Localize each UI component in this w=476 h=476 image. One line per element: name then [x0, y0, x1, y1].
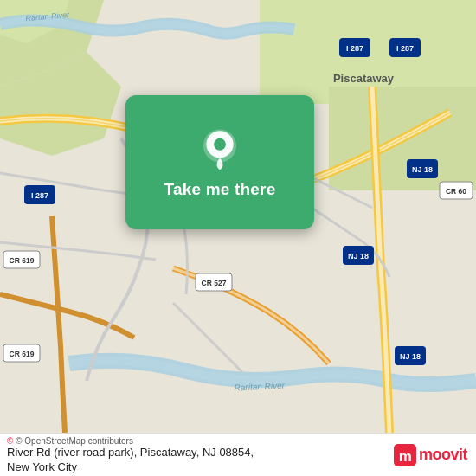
osm-attribution: © © OpenStreetMap contributors	[7, 436, 254, 446]
svg-text:m: m	[399, 448, 412, 465]
nj18-label-3: NJ 18	[400, 352, 421, 361]
cr619-label-2: CR 619	[10, 350, 35, 358]
moovit-logo: m moovit	[394, 444, 467, 466]
cr527-label: CR 527	[202, 279, 227, 287]
take-me-there-card[interactable]: Take me there	[125, 95, 314, 229]
moovit-m-icon: m	[394, 444, 416, 466]
map-container: I 287 I 287 I 287 I 287 NJ 18 NJ 18 NJ 1…	[0, 0, 476, 433]
cr60-label: CR 60	[446, 187, 466, 196]
location-pin-icon	[197, 126, 242, 171]
i287-label-tr2: I 287	[396, 44, 414, 53]
piscataway-label: Piscataway	[333, 72, 395, 85]
take-me-there-label: Take me there	[164, 180, 276, 199]
nj18-label-1: NJ 18	[412, 165, 433, 174]
i287-label-left: I 287	[31, 191, 48, 200]
svg-point-20	[214, 138, 226, 150]
cr619-label-1: CR 619	[10, 256, 35, 265]
bottom-bar: © © OpenStreetMap contributors River Rd …	[0, 433, 476, 476]
location-info: © © OpenStreetMap contributors River Rd …	[7, 434, 254, 475]
location-title-line2: New York City	[7, 460, 254, 475]
nj18-label-2: NJ 18	[348, 252, 369, 261]
osm-icon: ©	[7, 436, 13, 446]
location-title-line1: River Rd (river road park), Piscataway, …	[7, 446, 254, 460]
i287-label-tr: I 287	[346, 44, 363, 53]
moovit-wordmark: moovit	[419, 446, 467, 464]
